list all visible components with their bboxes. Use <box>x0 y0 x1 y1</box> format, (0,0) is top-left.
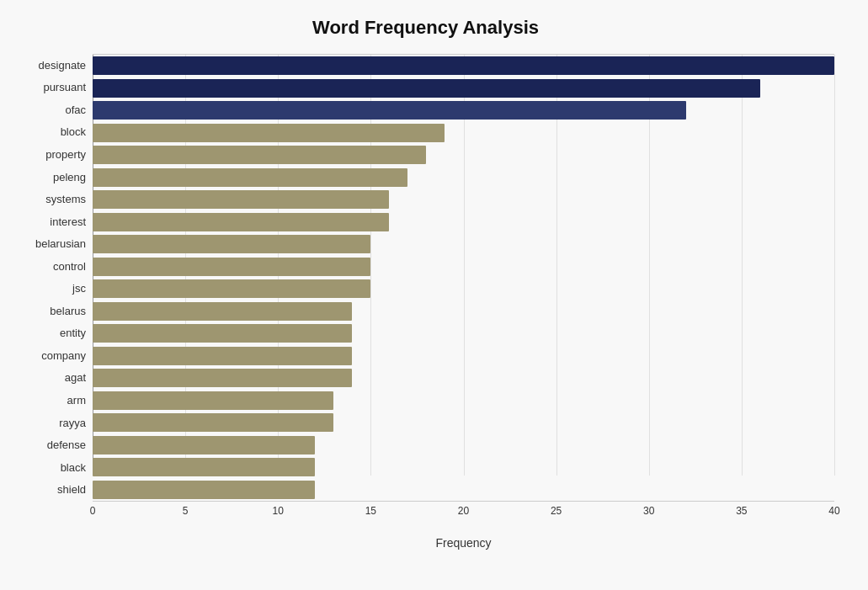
bar-row <box>93 300 834 323</box>
bar-belarus <box>93 302 352 321</box>
x-tick: 15 <box>365 505 376 517</box>
bar-peleng <box>93 168 407 187</box>
y-label-black: black <box>61 462 86 473</box>
bar-arm <box>93 391 333 410</box>
grid-line <box>834 55 835 476</box>
y-label-company: company <box>41 350 86 361</box>
bar-rayya <box>93 413 333 432</box>
x-axis: Frequency 0510152025303540 <box>93 501 834 526</box>
y-label-rayya: rayya <box>59 417 86 428</box>
y-label-jsc: jsc <box>72 283 86 294</box>
y-label-systems: systems <box>45 194 86 205</box>
bar-property <box>93 146 426 164</box>
bar-block <box>93 124 445 142</box>
bar-row <box>93 233 834 256</box>
y-label-control: control <box>53 261 86 272</box>
x-tick: 30 <box>643 505 654 517</box>
bar-row <box>93 144 834 167</box>
x-tick: 5 <box>183 505 189 517</box>
bar-interest <box>93 213 389 231</box>
bar-row <box>93 211 834 234</box>
bar-control <box>93 258 370 276</box>
bar-row <box>93 412 834 434</box>
bars-wrapper <box>93 55 834 501</box>
bar-black <box>93 458 315 476</box>
x-tick: 35 <box>736 505 747 517</box>
bar-designate <box>93 56 834 75</box>
bar-shield <box>93 481 315 499</box>
bar-row <box>93 390 834 412</box>
bar-systems <box>93 190 389 209</box>
y-label-pursuant: pursuant <box>43 82 86 93</box>
y-label-shield: shield <box>57 484 86 495</box>
x-tick: 0 <box>90 505 96 517</box>
bar-pursuant <box>93 79 760 98</box>
bar-ofac <box>93 101 686 120</box>
bar-belarusian <box>93 235 370 253</box>
bar-jsc <box>93 279 370 298</box>
x-tick: 40 <box>828 505 839 517</box>
bar-row <box>93 55 834 77</box>
bar-row <box>93 278 834 300</box>
bar-row <box>93 434 834 457</box>
bar-row <box>93 189 834 211</box>
bar-row <box>93 367 834 390</box>
chart-container: Word Frequency Analysis designatepursuan… <box>0 0 868 590</box>
bar-row <box>93 167 834 189</box>
bar-row <box>93 99 834 122</box>
y-label-belarus: belarus <box>50 306 86 316</box>
bar-company <box>93 347 352 365</box>
y-label-ofac: ofac <box>65 104 86 115</box>
bar-defense <box>93 436 315 454</box>
bar-entity <box>93 324 352 343</box>
y-label-peleng: peleng <box>53 172 86 183</box>
y-label-interest: interest <box>50 216 86 227</box>
x-tick: 10 <box>273 505 284 517</box>
x-tick: 25 <box>551 505 562 517</box>
y-label-designate: designate <box>39 60 86 71</box>
bar-row <box>93 479 834 502</box>
bar-row <box>93 456 834 479</box>
bars-section: Frequency 0510152025303540 <box>93 54 834 526</box>
y-label-belarusian: belarusian <box>35 238 86 249</box>
x-tick: 20 <box>458 505 469 517</box>
y-label-block: block <box>61 126 86 137</box>
bar-row <box>93 345 834 368</box>
y-label-defense: defense <box>47 439 86 450</box>
y-label-arm: arm <box>67 395 86 406</box>
chart-title: Word Frequency Analysis <box>17 17 834 39</box>
y-label-property: property <box>45 149 86 160</box>
bar-row <box>93 256 834 279</box>
y-label-agat: agat <box>65 372 86 383</box>
bar-agat <box>93 369 352 387</box>
y-axis: designatepursuantofacblockpropertypeleng… <box>17 54 93 526</box>
x-axis-label: Frequency <box>435 536 491 550</box>
bar-row <box>93 77 834 100</box>
y-label-entity: entity <box>60 327 86 338</box>
bar-row <box>93 122 834 145</box>
bar-row <box>93 322 834 345</box>
chart-area: designatepursuantofacblockpropertypeleng… <box>17 54 834 526</box>
